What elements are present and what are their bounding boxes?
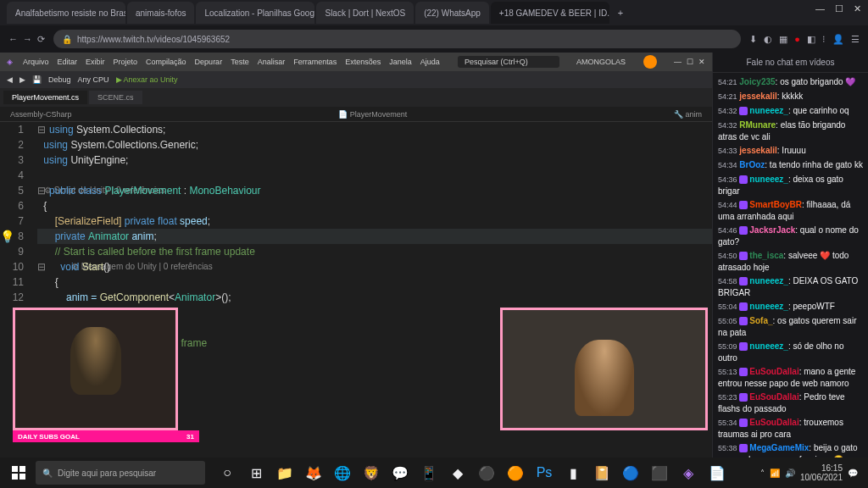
- assembly-crumb[interactable]: Assembly-CSharp: [10, 110, 72, 119]
- vs-file-tab[interactable]: SCENE.cs: [89, 91, 142, 104]
- reload-icon[interactable]: ⟳: [37, 34, 45, 45]
- browser-tab[interactable]: Analfabetismo resiste no Brasi...: [7, 2, 125, 24]
- task-explorer-icon[interactable]: 📁: [271, 459, 298, 486]
- lock-icon: 🔒: [62, 35, 72, 44]
- start-button[interactable]: [3, 459, 34, 486]
- webcam-overlay-1: [13, 308, 178, 430]
- maximize-icon[interactable]: ☐: [835, 3, 843, 14]
- vs-search-box[interactable]: Pesquisar (Ctrl+Q): [458, 56, 559, 68]
- extension-icon[interactable]: ◧: [807, 34, 815, 45]
- url-bar[interactable]: 🔒 https://www.twitch.tv/videos/104596365…: [53, 30, 741, 48]
- task-app-icon[interactable]: 📔: [588, 459, 615, 486]
- task-terminal-icon[interactable]: ▮: [559, 459, 587, 486]
- task-obs-icon[interactable]: ⚫: [473, 459, 500, 486]
- task-view-icon[interactable]: ⊞: [242, 459, 270, 486]
- search-icon: 🔍: [42, 469, 53, 478]
- extension-icons: ⬇ ◐ ▦ ● ◧ ⁝ 👤 ☰: [749, 34, 860, 45]
- task-app-icon[interactable]: 🔵: [617, 459, 644, 486]
- vs-user-avatar[interactable]: [643, 55, 657, 69]
- vs-toolbar: ◀ ▶ 💾 Debug Any CPU ▶ Anexar ao Unity: [0, 71, 712, 88]
- forward-icon[interactable]: →: [23, 34, 32, 45]
- menu-janela[interactable]: Janela: [389, 58, 412, 66]
- extension-icon[interactable]: ▦: [779, 34, 787, 45]
- tray-chevron-icon[interactable]: ˄: [760, 469, 765, 478]
- task-vscode-icon[interactable]: ⬛: [646, 459, 673, 486]
- task-app-icon[interactable]: 📄: [704, 459, 731, 486]
- menu-editar[interactable]: Editar: [58, 58, 78, 66]
- vs-file-tabs: PlayerMovement.cs SCENE.cs: [0, 88, 712, 107]
- vs-titlebar: ◈ Arquivo Editar Exibir Projeto Compilaç…: [0, 53, 712, 71]
- windows-taskbar: 🔍 Digite aqui para pesquisar ○ ⊞ 📁 🦊 🌐 🦁…: [0, 458, 868, 488]
- webcam-overlay-2: [500, 308, 708, 430]
- vs-file-tab[interactable]: PlayerMovement.cs: [3, 91, 87, 104]
- menu-icon[interactable]: ☰: [851, 34, 860, 45]
- task-discord-icon[interactable]: 💬: [387, 459, 414, 486]
- adblock-icon[interactable]: ●: [794, 34, 800, 45]
- menu-ajuda[interactable]: Ajuda: [420, 58, 440, 66]
- menu-exibir[interactable]: Exibir: [86, 58, 105, 66]
- menu-extensoes[interactable]: Extensões: [345, 58, 381, 66]
- system-tray: ˄ 📶 🔊 16:15 10/06/2021 💬: [760, 463, 865, 482]
- tray-time[interactable]: 16:15: [800, 463, 843, 473]
- vs-logo-icon: ◈: [7, 58, 13, 66]
- browser-tab[interactable]: Localization - Planilhas Google: [196, 2, 314, 24]
- play-button[interactable]: ▶ Anexar ao Unity: [116, 75, 178, 84]
- close-icon[interactable]: ✕: [854, 3, 861, 14]
- tray-volume-icon[interactable]: 🔊: [785, 469, 795, 478]
- vs-close-icon[interactable]: ✕: [698, 58, 705, 66]
- window-controls: — ☐ ✕: [815, 3, 861, 14]
- toolbar-nav-icon[interactable]: ◀: [7, 75, 13, 84]
- tray-notification-icon[interactable]: 💬: [848, 469, 858, 478]
- menu-ferramentas[interactable]: Ferramentas: [293, 58, 337, 66]
- browser-tab[interactable]: animais-fofos: [127, 2, 194, 24]
- browser-toolbar: ← → ⟳ 🔒 https://www.twitch.tv/videos/104…: [0, 25, 868, 53]
- taskbar-search[interactable]: 🔍 Digite aqui para pesquisar: [36, 461, 205, 485]
- browser-tab[interactable]: Slack | Dort | NextOS: [316, 2, 414, 24]
- url-text: https://www.twitch.tv/videos/1045963652: [77, 35, 230, 44]
- subs-goal-bar: DAILY SUBS GOAL 31: [13, 430, 199, 442]
- menu-projeto[interactable]: Projeto: [114, 58, 138, 66]
- profile-icon[interactable]: 👤: [832, 34, 844, 45]
- extension-icon[interactable]: ⬇: [749, 34, 757, 45]
- toolbar-save-icon[interactable]: 💾: [32, 75, 42, 84]
- toolbar-nav-icon[interactable]: ▶: [19, 75, 25, 84]
- browser-tab-strip: Analfabetismo resiste no Brasi... animai…: [0, 0, 868, 25]
- task-whatsapp-icon[interactable]: 📱: [415, 459, 442, 486]
- svg-rect-2: [12, 474, 18, 480]
- task-unity-icon[interactable]: ◆: [444, 459, 471, 486]
- vs-minimize-icon[interactable]: —: [674, 58, 682, 66]
- config-dropdown[interactable]: Debug: [48, 75, 71, 84]
- member-crumb[interactable]: anim: [685, 110, 702, 119]
- browser-tab[interactable]: (22) WhatsApp: [415, 2, 489, 24]
- svg-rect-0: [12, 466, 18, 472]
- chat-header: Fale no chat em vídeos: [713, 53, 868, 73]
- platform-dropdown[interactable]: Any CPU: [78, 75, 109, 84]
- svg-rect-3: [19, 474, 25, 480]
- menu-depurar[interactable]: Depurar: [195, 58, 223, 66]
- extension-icon[interactable]: ⁝: [822, 34, 826, 45]
- new-tab-button[interactable]: +: [611, 8, 630, 18]
- tray-date[interactable]: 10/06/2021: [800, 473, 843, 482]
- menu-teste[interactable]: Teste: [231, 58, 249, 66]
- task-cortana-icon[interactable]: ○: [214, 459, 241, 486]
- task-vs-icon[interactable]: ◈: [675, 459, 702, 486]
- file-crumb[interactable]: PlayerMovement: [350, 110, 408, 119]
- tray-network-icon[interactable]: 📶: [770, 469, 780, 478]
- task-firefox-icon[interactable]: 🦊: [300, 459, 327, 486]
- vs-maximize-icon[interactable]: ☐: [687, 58, 693, 66]
- menu-arquivo[interactable]: Arquivo: [23, 58, 49, 66]
- minimize-icon[interactable]: —: [815, 3, 825, 14]
- lightbulb-icon[interactable]: 💡: [0, 229, 14, 244]
- extension-icon[interactable]: ◐: [764, 34, 772, 45]
- back-icon[interactable]: ←: [8, 34, 18, 45]
- task-blender-icon[interactable]: 🟠: [502, 459, 529, 486]
- menu-analisar[interactable]: Analisar: [258, 58, 286, 66]
- task-photoshop-icon[interactable]: Ps: [531, 459, 558, 486]
- vs-solution-name: AMONGOLAS: [576, 58, 626, 66]
- vs-menu-bar: Arquivo Editar Exibir Projeto Compilação…: [23, 58, 440, 66]
- chat-messages[interactable]: 54:21 Joicy235: os gato brigando 💜54:21 …: [713, 73, 868, 458]
- task-brave-icon[interactable]: 🦁: [358, 459, 385, 486]
- menu-compilacao[interactable]: Compilação: [146, 58, 186, 66]
- browser-tab-active[interactable]: +18 GAMEDEV & BEER | ID...: [491, 2, 609, 24]
- task-chrome-icon[interactable]: 🌐: [329, 459, 356, 486]
